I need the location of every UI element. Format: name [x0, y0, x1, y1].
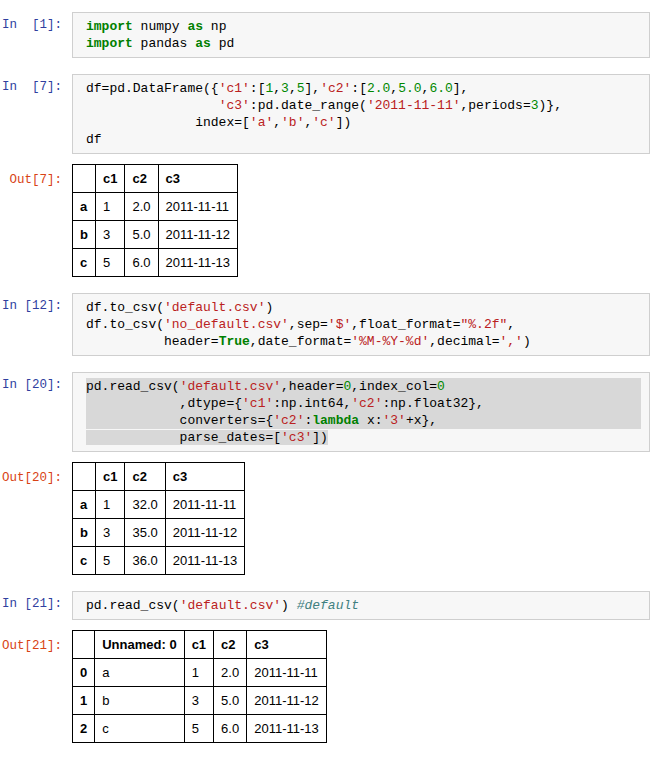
table-cell: 3 [95, 519, 124, 547]
token-plain: +x}, [406, 413, 437, 428]
table-cell: 3 [95, 221, 124, 249]
token-str: '$' [328, 317, 351, 332]
token-plain: ,dtype={ [86, 396, 242, 411]
code-editor[interactable]: df.to_csv('default.csv')df.to_csv('no_de… [72, 293, 650, 356]
input-prompt: In [1]: [0, 12, 72, 33]
table-cell: 2011-11-13 [247, 715, 327, 743]
code-line: pd.read_csv('default.csv') #default [86, 597, 641, 614]
row-index-cell: a [73, 491, 96, 519]
dataframe-table: c1c2c3a132.02011-11-11b335.02011-11-12c5… [72, 462, 245, 575]
token-plain: converters={ [86, 413, 273, 428]
token-str: '2011-11-11' [367, 98, 461, 113]
table-cell: 35.0 [125, 519, 165, 547]
code-line: df [86, 131, 641, 148]
column-header: c2 [214, 631, 247, 659]
token-plain: ,sep= [289, 317, 328, 332]
column-header: c3 [247, 631, 327, 659]
token-plain: ], [453, 81, 469, 96]
token-plain: parse_dates=[ [86, 430, 281, 445]
token-str: 'c' [312, 115, 335, 130]
token-kw: as [187, 19, 203, 34]
column-header: c1 [184, 631, 213, 659]
code-content: pd.read_csv('default.csv') #default [86, 597, 641, 614]
column-header: Unnamed: 0 [95, 631, 184, 659]
token-str: 'c2' [273, 413, 304, 428]
output-prompt: Out[21]: [0, 630, 72, 654]
code-editor[interactable]: import numpy as npimport pandas as pd [72, 12, 650, 58]
code-content: df.to_csv('default.csv')df.to_csv('no_de… [86, 299, 641, 350]
token-str: '%M-%Y-%d' [351, 334, 429, 349]
input-row: In [21]:pd.read_csv('default.csv') #defa… [0, 591, 650, 620]
table-cell: 2011-11-12 [158, 221, 238, 249]
table-row: b35.02011-11-12 [73, 221, 238, 249]
table-cell: 2011-11-13 [158, 249, 238, 277]
token-plain: , [273, 81, 281, 96]
input-prompt: In [21]: [0, 591, 72, 612]
token-str: 'c1' [219, 81, 250, 96]
table-row: a12.02011-11-11 [73, 193, 238, 221]
token-plain: x: [359, 413, 382, 428]
token-plain: :[ [351, 81, 367, 96]
token-plain: df.to_csv( [86, 317, 164, 332]
table-cell: 5.0 [125, 221, 158, 249]
table-cell: 1 [184, 659, 213, 687]
row-index-cell: c [73, 547, 96, 575]
token-kw: True [219, 334, 250, 349]
table-row: c536.02011-11-13 [73, 547, 245, 575]
row-index-cell: b [73, 221, 96, 249]
table-cell: 2011-11-11 [158, 193, 238, 221]
table-cell: b [95, 687, 184, 715]
token-str: 'no_default.csv' [164, 317, 289, 332]
table-row: a132.02011-11-11 [73, 491, 245, 519]
table-cell: 5.0 [214, 687, 247, 715]
code-content: pd.read_csv('default.csv',header=0,index… [86, 378, 641, 446]
token-plain: ,header= [281, 379, 343, 394]
token-str: 'a' [250, 115, 273, 130]
table-header-row: Unnamed: 0c1c2c3 [73, 631, 327, 659]
table-cell: 1 [95, 193, 124, 221]
code-line: index=['a','b','c']) [86, 114, 641, 131]
token-str: 'default.csv' [180, 379, 281, 394]
token-plain: ,date_format= [250, 334, 351, 349]
token-str: 'c2' [320, 81, 351, 96]
code-line: 'c3':pd.date_range('2011-11-11',periods=… [86, 97, 641, 114]
table-header-row: c1c2c3 [73, 165, 238, 193]
output-row: Out[20]:c1c2c3a132.02011-11-11b335.02011… [0, 462, 650, 575]
input-prompt: In [20]: [0, 372, 72, 393]
table-cell: 2011-11-12 [247, 687, 327, 715]
token-plain: df [86, 132, 102, 147]
token-plain: pd [211, 36, 234, 51]
table-cell: 2011-11-11 [165, 491, 245, 519]
corner-header-cell [73, 631, 95, 659]
code-content: df=pd.DataFrame({'c1':[1,3,5],'c2':[2.0,… [86, 80, 641, 148]
table-row: 1b35.02011-11-12 [73, 687, 327, 715]
token-plain: pd.read_csv( [86, 379, 180, 394]
table-cell: 3 [184, 687, 213, 715]
output-area: Unnamed: 0c1c2c30a12.02011-11-111b35.020… [72, 630, 650, 743]
cell-to-csv: In [12]:df.to_csv('default.csv')df.to_cs… [0, 293, 650, 356]
input-prompt: In [7]: [0, 74, 72, 95]
code-editor[interactable]: pd.read_csv('default.csv') #default [72, 591, 650, 620]
cell-import: In [1]:import numpy as npimport pandas a… [0, 12, 650, 58]
token-plain: numpy [133, 19, 188, 34]
table-cell: 5 [95, 547, 124, 575]
token-plain: , [507, 317, 515, 332]
input-row: In [20]:pd.read_csv('default.csv',header… [0, 372, 650, 452]
table-cell: a [95, 659, 184, 687]
token-plain: df.to_csv( [86, 300, 164, 315]
code-editor[interactable]: df=pd.DataFrame({'c1':[1,3,5],'c2':[2.0,… [72, 74, 650, 154]
table-cell: 6.0 [125, 249, 158, 277]
output-prompt: Out[7]: [0, 164, 72, 188]
token-str: 'default.csv' [164, 300, 265, 315]
token-plain: ,decimal= [429, 334, 499, 349]
token-num: 5 [297, 81, 305, 96]
table-cell: 2011-11-12 [165, 519, 245, 547]
code-editor[interactable]: pd.read_csv('default.csv',header=0,index… [72, 372, 650, 452]
token-plain: ], [305, 81, 321, 96]
column-header: c3 [158, 165, 238, 193]
token-plain: ,index_col= [351, 379, 437, 394]
code-line: import pandas as pd [86, 35, 641, 52]
token-str: ',' [500, 334, 523, 349]
dataframe-table: Unnamed: 0c1c2c30a12.02011-11-111b35.020… [72, 630, 327, 743]
selection-highlight: parse_dates=['c3']) [86, 430, 328, 445]
